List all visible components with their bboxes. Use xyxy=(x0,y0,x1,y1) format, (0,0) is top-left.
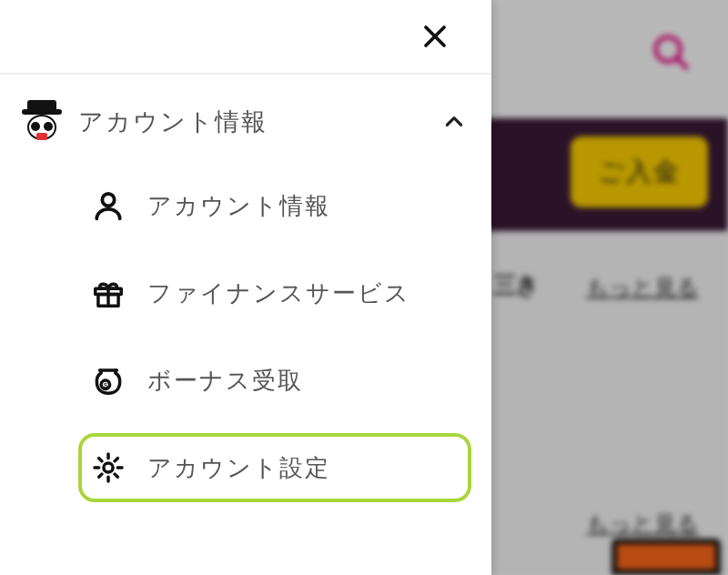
search-icon[interactable] xyxy=(650,31,692,73)
deposit-button[interactable]: ご入金 xyxy=(571,136,708,207)
chevron-up-icon xyxy=(442,110,466,134)
menu-item-label: ボーナス受取 xyxy=(147,365,303,397)
money-jar-icon: $ xyxy=(89,361,127,399)
submenu: アカウント情報 ファイナンスサービス $ xyxy=(0,156,491,530)
decorative-text: 三き xyxy=(493,269,538,301)
svg-text:$: $ xyxy=(104,381,108,389)
mascot-icon xyxy=(20,100,64,144)
account-drawer: アカウント情報 アカウント情報 xyxy=(0,0,491,575)
game-tile-partial xyxy=(612,539,721,575)
svg-line-1 xyxy=(677,58,687,68)
see-more-link[interactable]: もっと見る xyxy=(586,509,699,539)
close-button[interactable] xyxy=(415,16,455,56)
drawer-header xyxy=(0,0,491,75)
person-icon xyxy=(89,187,127,225)
close-icon xyxy=(421,23,449,50)
menu-item-bonus-receive[interactable]: $ ボーナス受取 xyxy=(0,337,491,424)
menu-item-finance-service[interactable]: ファイナンスサービス xyxy=(0,249,491,337)
section-title: アカウント情報 xyxy=(78,106,442,138)
see-more-link[interactable]: もっと見る xyxy=(586,273,699,302)
section-account-info[interactable]: アカウント情報 xyxy=(0,75,491,156)
menu-item-account-settings[interactable]: アカウント設定 xyxy=(0,424,491,511)
svg-point-10 xyxy=(104,463,113,472)
gift-icon xyxy=(89,274,127,312)
menu-item-account-info[interactable]: アカウント情報 xyxy=(0,162,491,249)
menu-item-label: アカウント情報 xyxy=(147,190,330,222)
gear-icon xyxy=(89,449,127,487)
menu-item-label: ファイナンスサービス xyxy=(147,277,410,309)
menu-item-label: アカウント設定 xyxy=(147,452,330,484)
svg-point-4 xyxy=(102,194,114,206)
